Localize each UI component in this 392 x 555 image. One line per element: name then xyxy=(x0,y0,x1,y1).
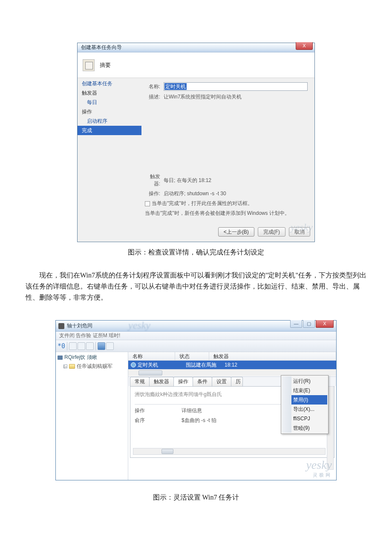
tree-child[interactable]: ▷ 任帝诚刻稿赐军 xyxy=(58,363,126,370)
menubar[interactable]: 支件闭 告作验 证所M 瑶时! xyxy=(56,332,336,340)
scheduler-title: 轴十刘危同 xyxy=(67,322,92,330)
tab-actions[interactable]: 操作 xyxy=(173,377,193,386)
row-name: 定时关机 xyxy=(138,361,178,369)
col-status[interactable]: 状态 xyxy=(175,352,209,360)
tab-triggers[interactable]: 触发器 xyxy=(149,377,174,386)
trigger-value: 每日; 在每天的 18:12 xyxy=(164,177,308,184)
close-button[interactable]: X xyxy=(316,320,334,328)
sidebar-create-task[interactable]: 创建基本任务 xyxy=(78,79,141,88)
tree-root[interactable]: RQirfej饮 须瞅 xyxy=(58,354,126,361)
minimize-button[interactable]: — xyxy=(290,320,302,328)
caption-2: 图示：灵活设置 Win7 任务计 xyxy=(26,493,366,502)
create-task-wizard-window: 创建基本任务向导 X 摘要 创建基本任务 触发器 每日 操作 启动程序 完成 名… xyxy=(77,43,315,242)
action-row-1: 俞序 xyxy=(135,417,182,424)
checkbox-label: 当单击"完成"时，打开此任务属性的对话框。 xyxy=(152,200,253,207)
action-col-1: 操作 xyxy=(135,407,182,414)
desc-value: 让Win7系统按照指定时间自动关机 xyxy=(164,93,308,101)
expand-icon[interactable]: ▷ xyxy=(63,364,67,368)
label-action: 操作: xyxy=(144,190,164,197)
summary-icon xyxy=(83,59,95,71)
col-trigger[interactable]: 触发器 xyxy=(209,352,336,360)
row-trigger: 18:12 xyxy=(225,362,237,368)
row-status: 围誌建在馬施 xyxy=(178,361,225,369)
wizard-buttons: <上一步(B) 完成(F) 取消 xyxy=(78,223,314,242)
tree-child-label: 任帝诚刻稿赐军 xyxy=(77,363,112,370)
name-field[interactable]: 定时关机 xyxy=(164,82,308,91)
wizard-main: 名称: 定时关机 描述: 让Win7系统按照指定时间自动关机 触发器: 每日; … xyxy=(141,78,314,223)
tree-root-label: RQirfej饮 须瞅 xyxy=(64,354,97,361)
tree-pane: RQirfej饮 须瞅 ▷ 任帝诚刻稿赐军 xyxy=(56,352,128,480)
toolbar-icon-3[interactable] xyxy=(86,342,94,350)
wizard-titlebar[interactable]: 创建基本任务向导 X xyxy=(78,43,314,52)
toolbar-icon-5[interactable] xyxy=(106,342,114,350)
action-row-2: $血曲的 -s -t 狛 xyxy=(182,417,216,424)
app-icon xyxy=(58,323,64,329)
scheduler-titlebar[interactable]: 轴十刘危同 yesky — ▢ X xyxy=(56,321,336,332)
sidebar-action[interactable]: 操作 xyxy=(78,107,141,116)
sidebar-finish[interactable]: 完成 xyxy=(78,126,141,135)
action-col-2: 详细信息 xyxy=(182,407,202,414)
menubar-text: 支件闭 告作验 证所M 瑶时! xyxy=(59,332,120,339)
label-name: 名称: xyxy=(144,83,164,90)
wizard-title: 创建基本任务向导 xyxy=(78,44,122,51)
folder-icon xyxy=(69,364,75,369)
maximize-button[interactable]: ▢ xyxy=(303,320,315,328)
action-value: 启动程序; shutdown -s -t 30 xyxy=(164,190,308,197)
tab-history[interactable]: 历 xyxy=(231,377,243,386)
clock-icon xyxy=(131,362,136,367)
right-pane: 名称 状态 触发器 定时关机 围誌建在馬施 18:12 常规 xyxy=(128,352,336,480)
sidebar-trigger[interactable]: 触发器 xyxy=(78,88,141,98)
toolbar-prefix: *0 xyxy=(58,342,65,350)
toolbar-icon-2[interactable] xyxy=(78,342,85,350)
list-header: 名称 状态 触发器 xyxy=(128,352,336,361)
label-desc: 描述: xyxy=(144,93,164,101)
cancel-button[interactable]: 取消 xyxy=(289,227,310,237)
back-button[interactable]: <上一步(B) xyxy=(218,227,254,237)
context-menu: 运行(R) 结束(E) 禁用(I) 导出(X)... ffiSCPJ 世睦(9) xyxy=(281,375,329,434)
open-properties-checkbox[interactable] xyxy=(145,201,150,206)
wizard-sidebar: 创建基本任务 触发器 每日 操作 启动程序 完成 xyxy=(78,78,141,223)
sidebar-trigger-daily[interactable]: 每日 xyxy=(78,98,141,107)
help-icon[interactable] xyxy=(98,342,105,350)
task-list-pane: 名称 状态 触发器 定时关机 围誌建在馬施 18:12 xyxy=(128,352,336,377)
task-row[interactable]: 定时关机 围誌建在馬施 18:12 xyxy=(128,361,336,369)
label-trigger: 触发器: xyxy=(144,173,164,188)
article-paragraph: 现在，我们在Win7系统的任务计划程序设置面板中可以看到刚才我们设定的"定时关机… xyxy=(26,270,366,303)
tree-root-icon xyxy=(58,356,63,360)
name-value: 定时关机 xyxy=(164,83,187,90)
tab-hscroll[interactable] xyxy=(133,448,326,455)
wizard-header-title: 摘要 xyxy=(100,61,111,69)
titlebar-watermark: yesky xyxy=(128,320,150,331)
finish-button[interactable]: 完成(F) xyxy=(258,227,285,237)
sidebar-action-prog[interactable]: 启动程序 xyxy=(78,116,141,126)
tab-general[interactable]: 常规 xyxy=(130,377,150,386)
tab-conditions[interactable]: 条件 xyxy=(193,377,212,386)
toolbar: *0 xyxy=(56,340,336,352)
wizard-header: 摘要 xyxy=(78,52,314,78)
close-button[interactable]: X xyxy=(296,42,313,50)
tab-settings[interactable]: 设置 xyxy=(212,377,231,386)
toolbar-icon-1[interactable] xyxy=(69,342,77,350)
col-name[interactable]: 名称 xyxy=(128,352,175,360)
wizard-note: 当单击"完成"时，新任务将会被创建并添加到 Windows 计划中。 xyxy=(145,210,308,217)
caption-1: 图示：检查设置详情，确认完成任务计划设定 xyxy=(26,248,366,257)
task-scheduler-window: 轴十刘危同 yesky — ▢ X 支件闭 告作验 证所M 瑶时! *0 xyxy=(55,320,337,480)
